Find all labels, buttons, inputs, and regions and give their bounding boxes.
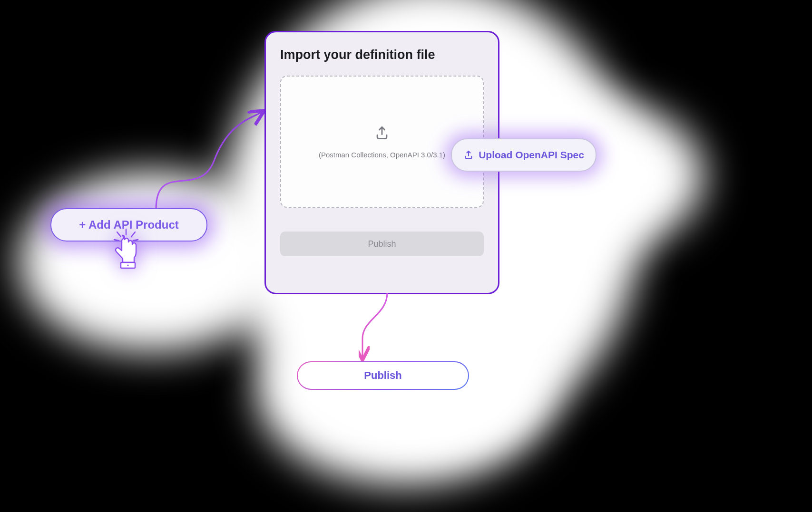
upload-icon <box>374 125 390 141</box>
upload-openapi-button[interactable]: Upload OpenAPI Spec <box>451 138 597 172</box>
svg-line-3 <box>114 240 119 241</box>
svg-line-2 <box>131 232 135 237</box>
publish-button[interactable]: Publish <box>297 361 469 390</box>
publish-label: Publish <box>364 369 401 382</box>
upload-openapi-label: Upload OpenAPI Spec <box>479 149 584 161</box>
publish-button-disabled: Publish <box>280 232 484 256</box>
panel-title: Import your definition file <box>280 48 484 62</box>
svg-point-6 <box>127 264 128 266</box>
file-dropzone[interactable]: (Postman Collections, OpenAPI 3.0/3.1) <box>280 76 484 208</box>
diagram-stage: Import your definition file (Postman Col… <box>0 0 812 512</box>
dropzone-hint: (Postman Collections, OpenAPI 3.0/3.1) <box>319 151 445 159</box>
backdrop-cloud <box>257 295 552 485</box>
svg-line-1 <box>117 232 121 237</box>
arrow-panel-to-publish <box>359 291 401 367</box>
pointer-hand-icon <box>109 228 143 276</box>
arrow-add-to-panel <box>143 104 271 222</box>
svg-line-4 <box>133 240 138 241</box>
upload-icon <box>463 150 474 160</box>
